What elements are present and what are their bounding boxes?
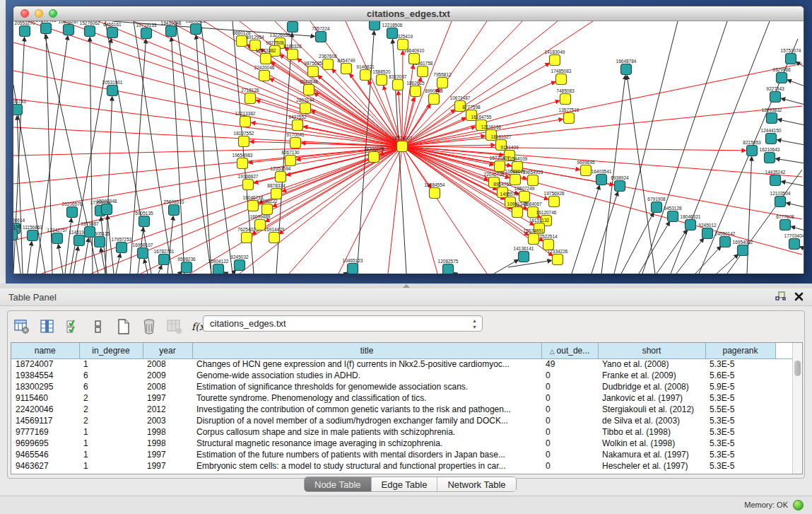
table-row[interactable]: 969969511998Structural magnetic resonanc… (11, 438, 794, 449)
network-node[interactable]: 9245032 (230, 255, 249, 271)
svg-text:16954012: 16954012 (733, 240, 753, 245)
tab-edge-table[interactable]: Edge Table (372, 477, 438, 491)
network-node[interactable]: 9170041 (286, 132, 305, 148)
network-node[interactable]: 1588520 (372, 69, 391, 86)
network-table-select[interactable]: citations_edges.txt ▲▼ (203, 315, 483, 332)
svg-text:18046321: 18046321 (681, 214, 701, 219)
table-row[interactable]: 1830029562008Estimation of significance … (11, 381, 794, 392)
svg-text:9827508: 9827508 (266, 40, 284, 45)
new-file-icon[interactable] (115, 318, 132, 335)
network-node[interactable]: 7955812 (433, 72, 452, 88)
table-row[interactable]: 911546021997Tourette syndrome. Phenomeno… (11, 392, 794, 404)
network-node[interactable]: 2718126 (241, 88, 259, 104)
table-row[interactable]: 1938455462009Genome-wide association stu… (11, 370, 794, 381)
column-display-icon[interactable] (39, 318, 56, 335)
column-header-out_de[interactable]: △out_de... (541, 343, 598, 358)
network-graph[interactable]: 8660128891295413226058982750816543382818… (13, 21, 804, 274)
network-node[interactable]: 14183049 (545, 49, 565, 66)
select-rows-icon[interactable] (64, 318, 81, 335)
split-pane-divider[interactable] (0, 284, 812, 288)
network-node[interactable]: 16403541 (592, 169, 612, 185)
network-node[interactable]: 16782751 (154, 249, 175, 265)
network-node[interactable]: 15751074 (781, 48, 801, 64)
float-panel-icon[interactable] (775, 291, 786, 304)
network-node[interactable]: 6777608 (776, 214, 794, 230)
column-header-pagerank[interactable]: pagerank (705, 343, 775, 358)
scrollbar-thumb[interactable] (794, 361, 801, 376)
network-node[interactable]: 12213382 (235, 111, 256, 127)
network-node[interactable]: 7522514 (539, 234, 558, 250)
table-row[interactable]: 977716911998Corpus callosum shape and si… (11, 426, 794, 438)
network-node[interactable]: 12082575 (438, 259, 459, 274)
network-node[interactable]: 14435242 (765, 170, 786, 186)
network-node[interactable]: 9146821 (356, 64, 375, 81)
network-node[interactable]: 8454749 (337, 58, 355, 74)
network-node[interactable]: 5905135 (135, 211, 153, 227)
network-node[interactable]: 6791908 (647, 197, 666, 213)
window-titlebar[interactable]: citations_edges.txt (13, 6, 804, 21)
network-node[interactable]: 12444150 (761, 128, 782, 144)
network-node[interactable]: 9227343 (766, 86, 784, 103)
network-node[interactable]: 12342757 (47, 228, 68, 244)
network-node[interactable]: 13577516 (559, 107, 579, 124)
column-header-short[interactable]: short (598, 343, 705, 358)
table-settings-icon[interactable] (13, 318, 30, 335)
column-header-title[interactable]: title (192, 343, 541, 358)
network-node[interactable]: 10853287 (59, 21, 79, 35)
network-node[interactable]: 9329966 (772, 67, 791, 83)
network-node[interactable]: 9106743 (13, 99, 26, 115)
table-row[interactable]: 2242004622012Investigating the contribut… (11, 404, 794, 415)
network-node[interactable]: 8813054 (365, 21, 384, 30)
network-node[interactable]: 9427552 (288, 115, 307, 131)
network-node[interactable]: 6938924 (611, 175, 629, 192)
network-node[interactable]: 11156863 (23, 225, 42, 241)
table-row[interactable]: 1456911722003Disruption of a novel membe… (11, 415, 794, 426)
network-node[interactable]: 8990448 (425, 88, 443, 105)
network-node[interactable]: 20531901 (102, 80, 123, 96)
close-panel-icon[interactable] (794, 291, 804, 304)
network-node[interactable]: 9508236 (177, 257, 196, 273)
divider-handle-icon[interactable] (403, 284, 410, 288)
tab-node-table[interactable]: Node Table (305, 477, 372, 491)
column-header-year[interactable]: year (143, 343, 192, 358)
network-node[interactable]: 17957253 (112, 237, 132, 253)
network-node[interactable]: 20553270 (15, 21, 35, 37)
network-node[interactable]: 16033809 (283, 21, 303, 33)
network-node[interactable]: 7857224 (312, 26, 330, 42)
network-node[interactable]: 9875685 (304, 61, 322, 77)
network-canvas[interactable]: 8660128891295413226058982750816543382818… (13, 21, 804, 274)
network-node[interactable]: 7625402 (237, 227, 256, 243)
table-row[interactable]: 946362711997Embryonic stem cells: a mode… (11, 460, 794, 472)
network-node[interactable]: 19654983 (233, 153, 253, 169)
column-header-in_degree[interactable]: in_degree (79, 343, 143, 358)
network-view-window[interactable]: citations_edges.txt 86601288912954132260… (13, 6, 804, 274)
network-node[interactable]: 20691406 (36, 21, 57, 34)
network-node[interactable]: 19654923 (523, 170, 543, 186)
network-node[interactable]: 8322037 (389, 74, 407, 90)
network-node[interactable]: 16954012 (733, 240, 753, 256)
column-header-name[interactable]: name (11, 343, 79, 358)
table-cell: Corpus callosum shape and size in male p… (192, 426, 541, 438)
network-node[interactable]: 16958107 (133, 243, 153, 259)
tab-network-table[interactable]: Network Table (437, 477, 515, 491)
table-row[interactable]: 946554611997Estimation of the future num… (11, 449, 794, 460)
network-node[interactable]: 14136141 (514, 246, 534, 262)
delete-icon[interactable] (141, 318, 158, 335)
network-node[interactable]: 9453128 (664, 206, 682, 222)
network-node[interactable]: 12103504 (770, 191, 791, 207)
memory-ok-icon[interactable] (793, 500, 804, 510)
network-node[interactable]: 16648784 (616, 59, 637, 75)
network-node[interactable]: 17334226 (548, 249, 568, 265)
network-node[interactable]: 20206576 (62, 201, 83, 218)
network-node[interactable]: 16210643 (760, 147, 780, 163)
network-node[interactable]: 8215953 (743, 140, 761, 156)
network-node[interactable]: 19384554 (425, 182, 445, 199)
network-node[interactable]: 19410648 (161, 21, 182, 37)
network-node[interactable]: 12093832 (762, 107, 782, 124)
table-row[interactable]: 1872400712008Changes of HCN gene express… (11, 358, 794, 370)
table-scrollbar[interactable] (792, 343, 802, 474)
network-node[interactable]: 10465123 (343, 258, 363, 274)
rows-icon[interactable] (90, 318, 107, 335)
network-node[interactable]: 14498222 (257, 199, 278, 215)
network-node[interactable]: 7485083 (556, 88, 575, 105)
